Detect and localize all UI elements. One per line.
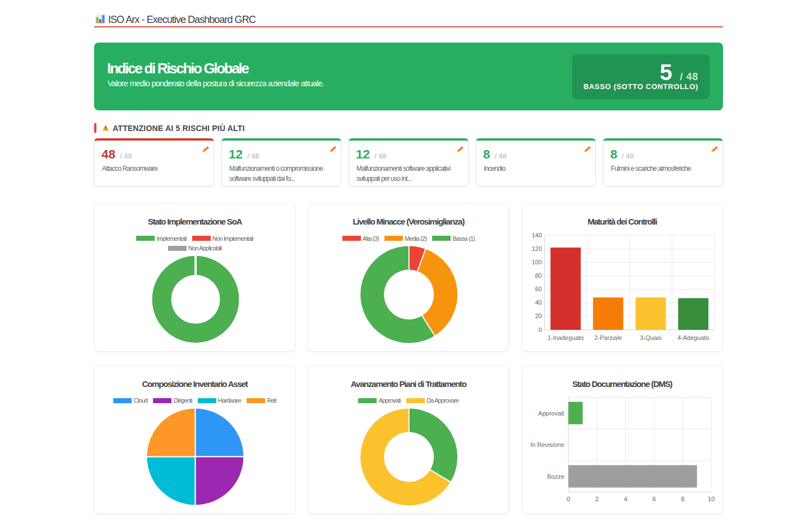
svg-text:60: 60: [535, 286, 541, 292]
svg-text:140: 140: [531, 232, 541, 239]
svg-text:4-Adeguato: 4-Adeguato: [677, 334, 709, 341]
svg-text:8: 8: [681, 496, 684, 502]
svg-text:In Revisione: In Revisione: [530, 441, 564, 448]
svg-text:10: 10: [708, 496, 715, 502]
svg-text:1-Inadeguato: 1-Inadeguato: [548, 334, 584, 341]
svg-text:6: 6: [652, 496, 656, 502]
svg-text:Approvati: Approvati: [538, 410, 564, 417]
svg-text:Bozze: Bozze: [547, 473, 564, 480]
svg-text:2-Parziale: 2-Parziale: [594, 334, 622, 341]
svg-text:3-Quasi: 3-Quasi: [640, 334, 662, 341]
svg-text:80: 80: [535, 272, 541, 279]
svg-text:0: 0: [567, 496, 570, 502]
svg-text:20: 20: [535, 312, 541, 319]
svg-text:2: 2: [595, 496, 599, 502]
svg-text:0: 0: [539, 326, 542, 333]
svg-text:40: 40: [535, 299, 541, 306]
svg-text:120: 120: [531, 245, 541, 252]
svg-text:100: 100: [531, 259, 541, 265]
svg-text:4: 4: [624, 496, 627, 502]
